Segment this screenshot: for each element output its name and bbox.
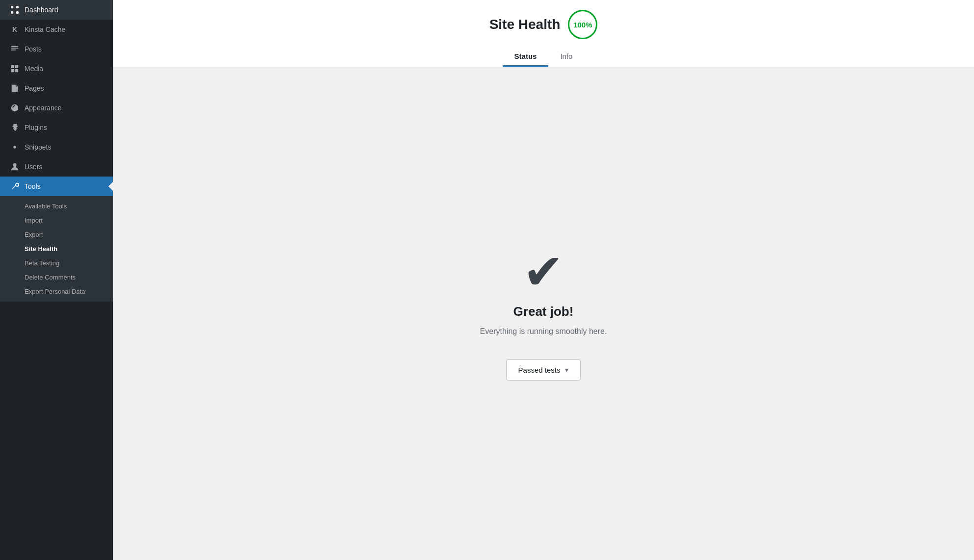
svg-point-1 <box>16 6 19 8</box>
posts-icon <box>10 44 20 54</box>
sidebar-item-kinsta-cache[interactable]: K Kinsta Cache <box>0 20 113 39</box>
sidebar-item-label: Dashboard <box>25 6 58 14</box>
content-area: ✔ Great job! Everything is running smoot… <box>113 67 974 560</box>
sidebar-item-plugins[interactable]: Plugins <box>0 118 113 137</box>
great-job-title: Great job! <box>513 304 574 319</box>
sidebar-item-snippets[interactable]: Snippets <box>0 137 113 157</box>
sidebar-item-pages[interactable]: Pages <box>0 78 113 98</box>
health-score-badge: 100% <box>568 10 597 39</box>
checkmark-icon: ✔ <box>523 247 564 296</box>
sidebar-item-tools[interactable]: Tools <box>0 177 113 196</box>
main-content: Site Health 100% Status Info ✔ Great job… <box>113 0 974 560</box>
svg-rect-5 <box>15 65 18 68</box>
submenu-delete-comments[interactable]: Delete Comments <box>0 270 113 284</box>
sidebar-item-posts[interactable]: Posts <box>0 39 113 59</box>
sidebar-item-media[interactable]: Media <box>0 59 113 78</box>
tab-status[interactable]: Status <box>503 47 549 67</box>
sidebar-item-label: Pages <box>25 84 44 92</box>
svg-point-3 <box>16 11 19 14</box>
sidebar-item-label: Snippets <box>25 143 51 151</box>
submenu-import[interactable]: Import <box>0 213 113 228</box>
kinsta-icon: K <box>10 25 20 34</box>
sidebar-item-dashboard[interactable]: Dashboard <box>0 0 113 20</box>
sidebar-item-label: Plugins <box>25 124 47 131</box>
users-icon <box>10 162 20 172</box>
tabs: Status Info <box>503 47 585 67</box>
dashboard-icon <box>10 5 20 15</box>
svg-rect-4 <box>11 65 14 68</box>
submenu-site-health[interactable]: Site Health <box>0 242 113 256</box>
chevron-down-icon: ▾ <box>565 366 568 374</box>
pages-icon <box>10 83 20 93</box>
appearance-icon <box>10 103 20 113</box>
sidebar-item-label: Posts <box>25 45 42 53</box>
page-title: Site Health <box>489 17 561 32</box>
submenu-available-tools[interactable]: Available Tools <box>0 199 113 213</box>
plugins-icon <box>10 123 20 132</box>
svg-point-9 <box>13 163 16 167</box>
passed-tests-button[interactable]: Passed tests ▾ <box>506 359 581 381</box>
tab-info[interactable]: Info <box>548 47 584 67</box>
submenu-export[interactable]: Export <box>0 228 113 242</box>
submenu-export-personal-data[interactable]: Export Personal Data <box>0 284 113 299</box>
passed-tests-label: Passed tests <box>518 366 561 374</box>
svg-point-2 <box>11 11 13 14</box>
svg-point-8 <box>13 146 16 148</box>
sidebar-item-users[interactable]: Users <box>0 157 113 177</box>
submenu-beta-testing[interactable]: Beta Testing <box>0 256 113 270</box>
media-icon <box>10 64 20 74</box>
tools-icon <box>10 181 20 191</box>
snippets-icon <box>10 142 20 152</box>
header-title-row: Site Health 100% <box>489 10 598 39</box>
checkmark-area: ✔ Great job! Everything is running smoot… <box>480 247 607 336</box>
sidebar-item-label: Users <box>25 163 43 171</box>
tools-submenu: Available Tools Import Export Site Healt… <box>0 196 113 302</box>
svg-rect-6 <box>11 69 14 72</box>
sidebar-item-appearance[interactable]: Appearance <box>0 98 113 118</box>
sidebar: Dashboard K Kinsta Cache Posts Media Pag… <box>0 0 113 560</box>
sidebar-item-label: Appearance <box>25 104 62 112</box>
great-job-subtitle: Everything is running smoothly here. <box>480 327 607 336</box>
sidebar-item-label: Media <box>25 65 43 73</box>
sidebar-item-label: Kinsta Cache <box>25 25 65 33</box>
page-header: Site Health 100% Status Info <box>113 0 974 67</box>
svg-rect-7 <box>15 69 18 72</box>
svg-point-0 <box>11 6 13 8</box>
sidebar-item-label: Tools <box>25 182 41 190</box>
